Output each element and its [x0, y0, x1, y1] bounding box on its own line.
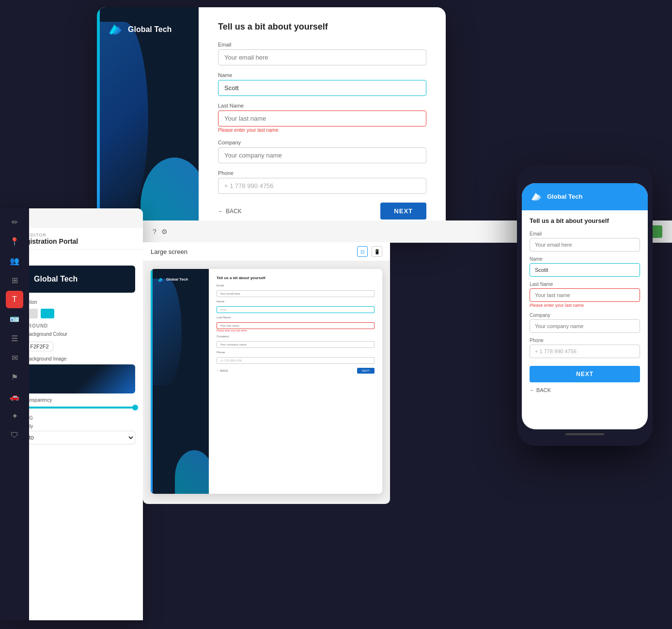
mini-name-input[interactable]	[217, 306, 375, 313]
mini-email-label: Email	[217, 284, 375, 287]
mini-sidebar: Global Tech	[151, 269, 209, 494]
helper-icons: ? ⚙	[153, 228, 168, 236]
toolbar-shield-icon[interactable]: 🛡	[6, 426, 23, 444]
mini-company-input[interactable]	[217, 341, 375, 348]
sidebar-curve-1	[100, 22, 148, 216]
preview-logo-text: Global Tech	[34, 275, 78, 283]
logo-pos-right[interactable]	[41, 309, 54, 318]
form-title: Tell us a bit about yourself	[218, 22, 426, 32]
phone-email-input[interactable]	[530, 238, 640, 252]
toolbar-mail-icon[interactable]: ✉	[6, 349, 23, 366]
next-button[interactable]: NEXT	[380, 203, 426, 220]
large-form-container: Global Tech Tell us a bit about yourself…	[97, 7, 446, 235]
mini-phone-input[interactable]	[217, 357, 375, 364]
phone-company-label: Company	[530, 313, 640, 318]
logo-icon	[107, 21, 124, 38]
phone-email-label: Email	[530, 231, 640, 236]
left-toolbar: ✏ 📍 👥 ⊞ T 🪪 ☰ ✉ ⚑ 🚗 ✦ 🛡	[0, 208, 29, 620]
desktop-view-btn[interactable]: ⊡	[357, 246, 368, 257]
toolbar-flag-icon[interactable]: ⚑	[6, 368, 23, 386]
phone-phone-label: Phone	[530, 338, 640, 343]
phone-notch	[565, 172, 604, 181]
phone-header: Global Tech	[522, 183, 648, 210]
phone-field-group: Phone	[218, 170, 426, 194]
mini-name-field: Name	[217, 300, 375, 313]
phone-phone-input[interactable]	[530, 345, 640, 358]
mini-lastname-error: Please enter your last name	[217, 329, 375, 332]
slider-dot	[132, 405, 138, 410]
lastname-label: Last Name	[218, 103, 426, 109]
toolbar-grid-icon[interactable]: ⊞	[6, 271, 23, 289]
phone-form-area: Tell us a bit about yourself Email Name …	[522, 210, 648, 429]
company-field-group: Company	[218, 140, 426, 163]
phone-frame: Global Tech Tell us a bit about yourself…	[517, 165, 653, 446]
mini-logo: Global Tech	[156, 276, 188, 283]
name-field-group: Name	[218, 72, 426, 96]
email-input[interactable]	[218, 49, 426, 65]
form-actions: ← BACK NEXT	[218, 203, 426, 220]
mini-form-actions: ← BACK NEXT	[217, 368, 375, 374]
mini-lastname-field: Last Name Please enter your last name	[217, 316, 375, 332]
mini-next-button[interactable]: NEXT	[357, 368, 375, 374]
mini-phone-label: Phone	[217, 351, 375, 354]
name-label: Name	[218, 72, 426, 78]
mini-logo-text: Global Tech	[166, 278, 188, 282]
company-input[interactable]	[218, 147, 426, 163]
phone-company-input[interactable]	[530, 319, 640, 333]
form-sidebar: Global Tech	[97, 7, 199, 235]
preview-content: Global Tech Tell us a bit about yourself…	[143, 261, 390, 502]
toolbar-edit-icon[interactable]: ✏	[6, 213, 23, 231]
toolbar-car-icon[interactable]: 🚗	[6, 388, 23, 405]
mini-company-field: Company	[217, 335, 375, 348]
phone-home-bar	[522, 429, 648, 439]
question-icon[interactable]: ?	[153, 228, 156, 236]
toolbar-text-icon[interactable]: T	[6, 291, 23, 308]
mini-back-link[interactable]: ← BACK	[217, 369, 228, 372]
transparency-slider[interactable]	[25, 407, 135, 409]
mini-name-label: Name	[217, 300, 375, 303]
preview-title: Large screen	[151, 248, 188, 255]
phone-company-field: Company	[530, 313, 640, 333]
mobile-view-btn[interactable]: 📱	[372, 246, 382, 257]
toolbar-users-icon[interactable]: 👥	[6, 252, 23, 269]
phone-lastname-label: Last Name	[530, 282, 640, 287]
phone-next-button[interactable]: NEXT	[530, 366, 640, 382]
mini-email-input[interactable]	[217, 290, 375, 297]
name-input[interactable]	[218, 80, 426, 96]
mini-lastname-label: Last Name	[217, 316, 375, 319]
phone-lastname-input[interactable]	[530, 288, 640, 302]
mini-form-wrap: Global Tech Tell us a bit about yourself…	[151, 269, 382, 494]
phone-name-label: Name	[530, 256, 640, 262]
mini-phone-field: Phone	[217, 351, 375, 364]
phone-name-field: Name	[530, 256, 640, 277]
phone-input[interactable]	[218, 178, 426, 194]
mini-form-title: Tell us a bit about yourself	[217, 276, 375, 280]
toolbar-id-icon[interactable]: 🪪	[6, 310, 23, 328]
settings-icon[interactable]: ⚙	[161, 228, 168, 236]
toolbar-star-icon[interactable]: ✦	[6, 407, 23, 425]
lastname-error: Please enter your last name	[218, 127, 426, 133]
phone-back-link[interactable]: ← BACK	[530, 387, 640, 393]
preview-header: Large screen ⊡ 📱	[143, 242, 390, 261]
phone-logo-icon	[530, 190, 543, 204]
slider-fill	[25, 407, 135, 409]
lastname-input[interactable]	[218, 110, 426, 126]
logo-text: Global Tech	[128, 25, 172, 34]
preview-icons: ⊡ 📱	[357, 246, 382, 257]
mini-lastname-input[interactable]	[217, 322, 375, 329]
back-link[interactable]: ← BACK	[218, 208, 242, 215]
mini-logo-icon	[156, 276, 164, 283]
company-label: Company	[218, 140, 426, 145]
toolbar-list-icon[interactable]: ☰	[6, 330, 23, 347]
email-field-group: Email	[218, 42, 426, 65]
phone-email-field: Email	[530, 231, 640, 252]
phone-logo-text: Global Tech	[547, 193, 582, 200]
form-content: Tell us a bit about yourself Email Name …	[199, 7, 446, 235]
phone-name-input[interactable]	[530, 263, 640, 277]
phone-lastname-field: Last Name Please enter your last name	[530, 282, 640, 308]
phone-phone-field: Phone	[530, 338, 640, 358]
mini-company-label: Company	[217, 335, 375, 338]
phone-form-title: Tell us a bit about yourself	[530, 217, 640, 224]
toolbar-location-icon[interactable]: 📍	[6, 233, 23, 250]
phone-home-indicator	[565, 433, 604, 435]
